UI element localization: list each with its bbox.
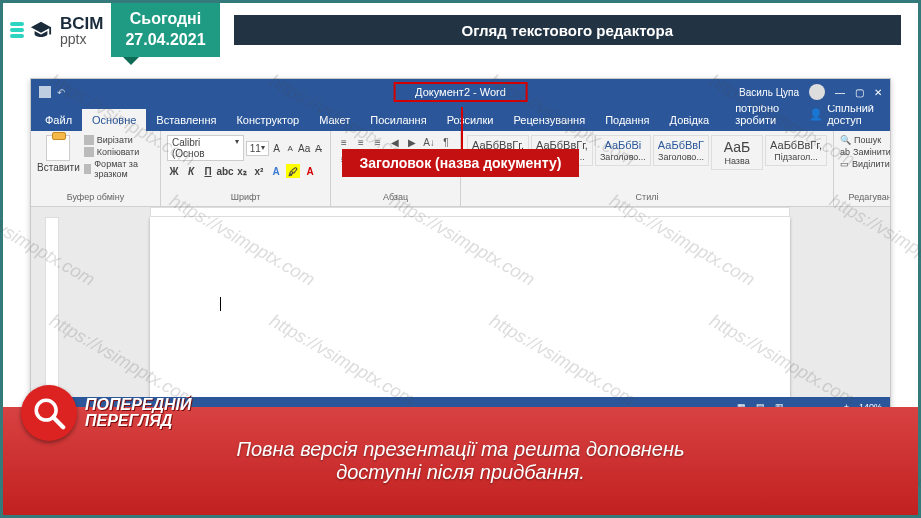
avatar[interactable]: [809, 84, 825, 100]
callout-connector: [461, 107, 463, 151]
paste-icon: [46, 135, 70, 161]
undo-icon[interactable]: ↶: [57, 87, 65, 98]
font-color-button[interactable]: A: [303, 164, 317, 178]
clear-format-button[interactable]: A̶: [312, 141, 324, 155]
text-cursor: [220, 297, 221, 311]
window-maximize-icon[interactable]: ▢: [855, 87, 864, 98]
preview-overlay: ПОПЕРЕДНІЙ ПЕРЕГЛЯД Повна версія презент…: [3, 407, 918, 515]
tab-view[interactable]: Подання: [595, 109, 659, 131]
format-painter-button[interactable]: Формат за зразком: [84, 159, 154, 179]
date-value: 27.04.2021: [125, 30, 205, 51]
word-window: ↶ Документ2 - Word Василь Цупа — ▢ ✕ Фай…: [30, 78, 891, 418]
vertical-ruler[interactable]: [45, 217, 59, 397]
save-icon[interactable]: [39, 86, 51, 98]
select-button[interactable]: ▭Виділити: [840, 159, 891, 169]
change-case-button[interactable]: Aa: [298, 141, 310, 155]
show-marks-button[interactable]: ¶: [439, 135, 453, 149]
style-heading2[interactable]: АаБбВвГЗаголово...: [653, 135, 709, 166]
cut-button[interactable]: Вирізати: [84, 135, 154, 145]
grow-font-button[interactable]: A: [271, 141, 283, 155]
tab-help[interactable]: Довідка: [660, 109, 720, 131]
tab-design[interactable]: Конструктор: [226, 109, 309, 131]
replace-button[interactable]: abЗамінити: [840, 147, 891, 157]
replace-icon: ab: [840, 147, 850, 157]
bullets-button[interactable]: ≡: [337, 135, 351, 149]
subscript-button[interactable]: x₂: [235, 164, 249, 178]
user-name: Василь Цупа: [739, 87, 799, 98]
text-effects-button[interactable]: A: [269, 164, 283, 178]
document-title: Документ2 - Word: [393, 82, 528, 102]
callout-label: Заголовок (назва документу): [342, 149, 580, 177]
word-titlebar: ↶ Документ2 - Word Василь Цупа — ▢ ✕: [31, 79, 890, 105]
increase-indent-button[interactable]: ▶: [405, 135, 419, 149]
date-label: Сьогодні: [125, 9, 205, 30]
cursor-icon: ▭: [840, 159, 849, 169]
svg-line-1: [53, 417, 63, 427]
brush-icon: [84, 164, 92, 174]
copy-icon: [84, 147, 94, 157]
tab-references[interactable]: Посилання: [360, 109, 436, 131]
underline-button[interactable]: П: [201, 164, 215, 178]
sort-button[interactable]: A↓: [422, 135, 436, 149]
paste-button[interactable]: Вставити: [37, 135, 80, 179]
tab-review[interactable]: Рецензування: [503, 109, 595, 131]
window-close-icon[interactable]: ✕: [874, 87, 882, 98]
font-size-select[interactable]: 11▾: [246, 141, 269, 156]
tab-home[interactable]: Основне: [82, 109, 146, 131]
numbering-button[interactable]: ≡: [354, 135, 368, 149]
copy-button[interactable]: Копіювати: [84, 147, 154, 157]
tab-mailings[interactable]: Розсилки: [437, 109, 504, 131]
style-heading1[interactable]: АаБбВіЗаголово...: [595, 135, 651, 166]
multilevel-button[interactable]: ≡: [371, 135, 385, 149]
chevron-down-icon: ▾: [261, 143, 265, 154]
document-page[interactable]: [150, 217, 790, 397]
document-area: [31, 207, 890, 397]
highlight-button[interactable]: 🖊: [286, 164, 300, 178]
magnifier-icon: [21, 385, 77, 441]
search-icon: 🔍: [840, 135, 851, 145]
date-badge: Сьогодні 27.04.2021: [111, 3, 219, 57]
group-font: Calibri (Основ▾ 11▾ A A Aa A̶ Ж К П abc …: [161, 131, 331, 206]
italic-button[interactable]: К: [184, 164, 198, 178]
group-clipboard: Вставити Вирізати Копіювати Формат за зр…: [31, 131, 161, 206]
tab-file[interactable]: Файл: [35, 109, 82, 131]
preview-msg-2: доступні після придбання.: [336, 461, 585, 484]
style-title[interactable]: АаБНазва: [711, 135, 763, 170]
superscript-button[interactable]: x²: [252, 164, 266, 178]
find-button[interactable]: 🔍Пошук: [840, 135, 891, 145]
preview-badge: ПОПЕРЕДНІЙ ПЕРЕГЛЯД: [21, 385, 192, 441]
tab-insert[interactable]: Вставлення: [146, 109, 226, 131]
bold-button[interactable]: Ж: [167, 164, 181, 178]
style-subtitle[interactable]: АаБбВвГг,Підзагол...: [765, 135, 827, 166]
decrease-indent-button[interactable]: ◀: [388, 135, 402, 149]
shrink-font-button[interactable]: A: [284, 141, 296, 155]
share-icon: 👤: [809, 108, 823, 121]
preview-msg-1: Повна версія презентації та решта доповн…: [236, 438, 684, 461]
horizontal-ruler[interactable]: [150, 207, 790, 217]
font-name-select[interactable]: Calibri (Основ▾: [167, 135, 244, 161]
scissors-icon: [84, 135, 94, 145]
group-editing: 🔍Пошук abЗамінити ▭Виділити Редагування: [834, 131, 891, 206]
strike-button[interactable]: abc: [218, 164, 232, 178]
window-minimize-icon[interactable]: —: [835, 87, 845, 98]
tab-layout[interactable]: Макет: [309, 109, 360, 131]
chevron-down-icon: ▾: [235, 137, 239, 159]
